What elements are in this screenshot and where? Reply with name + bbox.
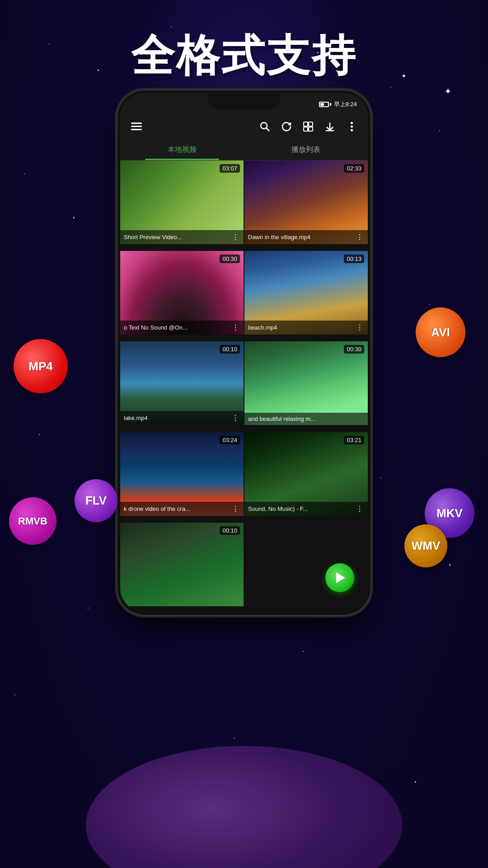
- video-duration-4: 00:13: [344, 255, 364, 263]
- phone-notch: [208, 93, 280, 109]
- grid-view-button[interactable]: [299, 118, 317, 136]
- video-menu-8[interactable]: ⋮: [355, 505, 364, 513]
- video-menu-4[interactable]: ⋮: [355, 323, 364, 332]
- video-duration-8: 03:21: [344, 436, 364, 444]
- svg-rect-5: [304, 122, 308, 126]
- video-item-2[interactable]: 02:33 Dawn in the village.mp4 ⋮: [244, 160, 368, 244]
- tab-playlist[interactable]: 播放列表: [244, 139, 368, 160]
- video-menu-7[interactable]: ⋮: [231, 505, 240, 513]
- video-title-bar-2: Dawn in the village.mp4 ⋮: [244, 230, 368, 244]
- play-fab-button[interactable]: [325, 563, 354, 592]
- video-menu-3[interactable]: ⋮: [231, 323, 240, 332]
- menu-button[interactable]: [127, 118, 145, 136]
- video-title-3: o Text No Sound @On...: [124, 324, 231, 331]
- video-title-bar-1: Short Preview Video... ⋮: [120, 230, 244, 244]
- svg-rect-8: [309, 127, 313, 131]
- video-item-5[interactable]: 00:10 lake.mp4 ⋮: [120, 341, 244, 425]
- svg-point-12: [351, 126, 353, 128]
- video-item-3[interactable]: 00:30 o Text No Sound @On... ⋮: [120, 251, 244, 335]
- video-item-7[interactable]: 03:24 k drone video of the cra... ⋮: [120, 432, 244, 516]
- video-item-1[interactable]: 03:07 Short Preview Video... ⋮: [120, 160, 244, 244]
- battery-icon: [319, 102, 331, 107]
- video-item-8[interactable]: 03:21 Sound, No Music) - F... ⋮: [244, 432, 368, 516]
- tab-local-videos[interactable]: 本地视频: [120, 139, 244, 160]
- video-duration-7: 03:24: [220, 436, 240, 444]
- format-bubble-mp4: MP4: [14, 339, 68, 393]
- video-title-6: and beautiful relaxing m...: [248, 415, 364, 422]
- phone-frame: 早上8:24: [117, 90, 371, 615]
- svg-rect-1: [131, 126, 142, 127]
- search-button[interactable]: [256, 118, 274, 136]
- download-button[interactable]: [321, 118, 339, 136]
- video-menu-1[interactable]: ⋮: [231, 233, 240, 241]
- video-duration-2: 02:33: [344, 164, 364, 173]
- video-title-bar-7: k drone video of the cra... ⋮: [120, 502, 244, 516]
- app-content: 本地视频 播放列表 03:07 Short Preview Video... ⋮: [120, 114, 368, 612]
- toolbar: [120, 114, 368, 139]
- format-bubble-wmv: WMV: [404, 524, 447, 567]
- video-duration-9: 00:10: [220, 526, 240, 535]
- svg-point-13: [351, 129, 353, 132]
- video-title-bar-3: o Text No Sound @On... ⋮: [120, 321, 244, 335]
- video-title-bar-4: beach.mp4 ⋮: [244, 321, 368, 335]
- sparkle-1: ✦: [444, 86, 452, 97]
- video-menu-2[interactable]: ⋮: [355, 233, 364, 241]
- svg-point-11: [351, 122, 353, 124]
- video-duration-5: 00:10: [220, 345, 240, 354]
- play-icon: [336, 572, 345, 583]
- svg-rect-2: [131, 129, 142, 130]
- video-title-4: beach.mp4: [248, 324, 355, 331]
- video-title-2: Dawn in the village.mp4: [248, 234, 355, 241]
- video-item-6[interactable]: 00:30 and beautiful relaxing m...: [244, 341, 368, 425]
- refresh-button[interactable]: [277, 118, 296, 136]
- video-title-1: Short Preview Video...: [124, 234, 231, 241]
- svg-line-4: [267, 128, 270, 132]
- tab-bar: 本地视频 播放列表: [120, 139, 368, 160]
- video-item-9[interactable]: 00:10: [120, 523, 244, 606]
- planet-decoration: [86, 746, 402, 868]
- phone-screen: 早上8:24: [120, 93, 368, 612]
- video-duration-3: 00:30: [220, 255, 240, 263]
- video-title-8: Sound, No Music) - F...: [248, 505, 355, 512]
- format-bubble-avi: AVI: [416, 307, 465, 357]
- video-item-4[interactable]: 00:13 beach.mp4 ⋮: [244, 251, 368, 335]
- video-menu-5[interactable]: ⋮: [231, 414, 240, 422]
- video-duration-6: 00:30: [344, 345, 364, 354]
- video-title-5: lake.mp4: [124, 415, 231, 421]
- svg-rect-6: [309, 122, 313, 126]
- more-options-button[interactable]: [343, 118, 361, 136]
- svg-rect-0: [131, 123, 142, 124]
- svg-rect-7: [304, 127, 308, 131]
- status-time: 早上8:24: [334, 100, 357, 108]
- page-title: 全格式支持: [0, 27, 488, 86]
- video-grid: 03:07 Short Preview Video... ⋮ 02:33 Daw…: [120, 160, 368, 612]
- video-title-bar-6: and beautiful relaxing m...: [244, 413, 368, 425]
- format-bubble-flv: FLV: [75, 479, 117, 522]
- video-title-7: k drone video of the cra...: [124, 505, 231, 512]
- video-duration-1: 03:07: [220, 164, 240, 173]
- format-bubble-rmvb: RMVB: [9, 497, 56, 545]
- video-title-bar-5: lake.mp4 ⋮: [120, 411, 244, 425]
- video-title-bar-8: Sound, No Music) - F... ⋮: [244, 502, 368, 516]
- svg-point-3: [261, 123, 267, 129]
